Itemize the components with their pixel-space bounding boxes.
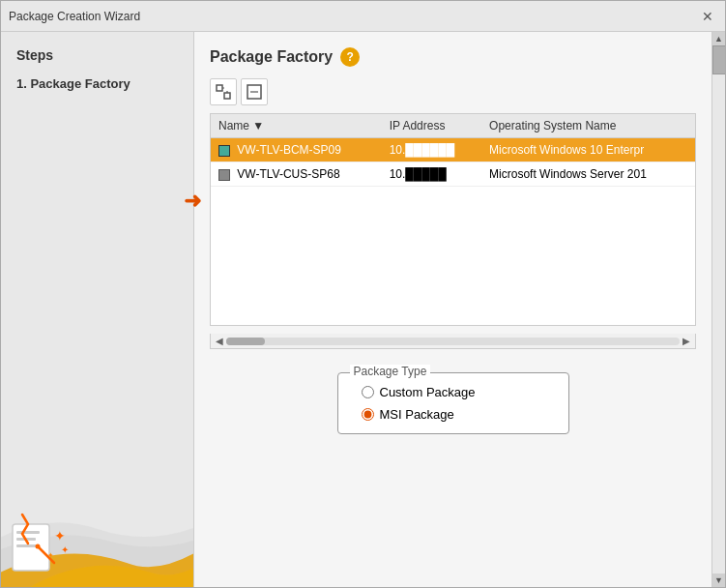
svg-rect-9 <box>217 85 222 91</box>
scrollbar-track <box>226 338 680 345</box>
row-os: Microsoft Windows 10 Enterpr <box>481 138 695 162</box>
horizontal-scrollbar[interactable]: ◀ ▶ <box>210 334 696 349</box>
content-header: Package Factory ? <box>210 47 696 67</box>
content-title: Package Factory <box>210 48 333 66</box>
custom-package-option[interactable]: Custom Package <box>362 385 545 399</box>
sidebar: Steps 1. Package Factory <box>1 32 194 587</box>
server-icon <box>218 169 230 181</box>
row-ip: 10.██████ <box>382 138 481 162</box>
table: Name ▼ IP Address Operating System Name … <box>211 114 695 187</box>
svg-text:✦: ✦ <box>61 544 69 555</box>
row-name: VW-TLV-BCM-SP09 <box>211 138 382 162</box>
row-name: VW-TLV-CUS-SP68 <box>211 162 382 187</box>
server-icon <box>218 145 230 157</box>
sidebar-step-1: 1. Package Factory <box>16 74 178 95</box>
scrollbar-thumb <box>226 338 265 345</box>
close-button[interactable]: ✕ <box>698 7 717 26</box>
col-ip: IP Address <box>382 114 481 138</box>
row-ip: 10.█████ <box>382 162 481 187</box>
package-type-group: Package Type Custom Package MSI Package <box>337 372 569 434</box>
title-bar: Package Creation Wizard ✕ <box>1 1 725 32</box>
scroll-left-arrow[interactable]: ◀ <box>213 336 226 346</box>
svg-rect-10 <box>224 93 230 99</box>
msi-package-radio[interactable] <box>362 408 374 421</box>
scroll-handle <box>712 45 726 74</box>
msi-package-label: MSI Package <box>380 407 454 422</box>
toolbar <box>210 78 696 105</box>
svg-text:✦: ✦ <box>54 528 66 544</box>
table-row[interactable]: VW-TLV-CUS-SP68 10.█████ Microsoft Windo… <box>211 162 695 187</box>
steps-title: Steps <box>16 47 178 63</box>
custom-package-label: Custom Package <box>380 385 476 399</box>
wizard-window: Package Creation Wizard ✕ Steps 1. Packa… <box>0 0 726 588</box>
content-area: Package Factory ? <box>194 32 711 587</box>
collapse-button[interactable] <box>241 78 268 105</box>
table-row[interactable]: VW-TLV-BCM-SP09 10.██████ Microsoft Wind… <box>211 138 695 162</box>
scroll-down-arrow[interactable]: ▼ <box>712 573 726 587</box>
col-name: Name ▼ <box>211 114 382 138</box>
scroll-up-arrow[interactable]: ▲ <box>712 32 726 45</box>
svg-rect-1 <box>16 531 40 534</box>
package-type-legend: Package Type <box>350 365 431 378</box>
msi-package-option[interactable]: MSI Package <box>362 407 545 422</box>
svg-text:✦: ✦ <box>47 551 54 560</box>
server-table[interactable]: Name ▼ IP Address Operating System Name … <box>210 113 696 326</box>
svg-point-5 <box>36 544 41 549</box>
expand-button[interactable] <box>210 78 237 105</box>
svg-rect-3 <box>16 544 38 547</box>
scroll-right-arrow[interactable]: ▶ <box>680 336 693 346</box>
help-icon[interactable]: ? <box>340 47 360 67</box>
scroll-track <box>712 45 726 573</box>
custom-package-radio[interactable] <box>362 386 374 398</box>
sidebar-decoration: ✦ ✦ ✦ <box>1 374 194 587</box>
main-content: Steps 1. Package Factory <box>1 32 725 587</box>
vertical-scrollbar[interactable]: ▲ ▼ <box>711 32 725 587</box>
package-type-section: ➜ Package Type Custom Package MSI Packag… <box>210 361 696 434</box>
window-title: Package Creation Wizard <box>9 10 140 23</box>
col-os: Operating System Name <box>481 114 695 138</box>
row-os: Microsoft Windows Server 201 <box>481 162 695 187</box>
